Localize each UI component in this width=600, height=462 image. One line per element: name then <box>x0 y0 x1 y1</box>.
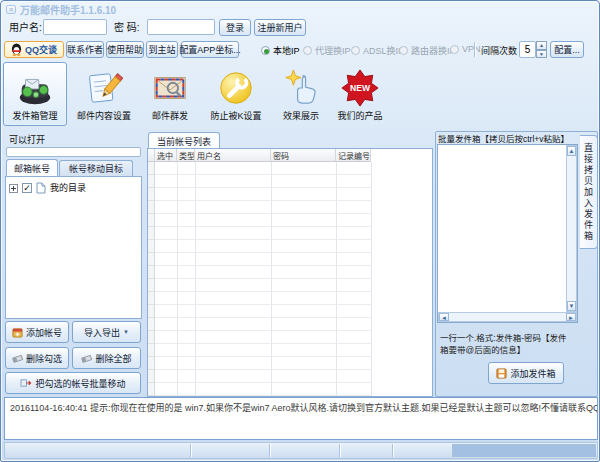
spinner-down-icon[interactable]: ▼ <box>536 50 547 59</box>
interval-spinner[interactable]: ▲ ▼ <box>519 41 547 58</box>
column-header-checked[interactable]: 选中 <box>155 149 177 162</box>
tree-checkbox[interactable]: ✓ <box>22 183 32 193</box>
interval-input[interactable] <box>519 41 536 58</box>
eraser-icon <box>81 353 92 363</box>
new-badge-text: NEW <box>350 83 371 93</box>
register-button[interactable]: 注册新用户 <box>254 19 306 36</box>
anti-block-icon <box>217 69 255 107</box>
ribbon-outbox-manager[interactable]: 发件箱管理 <box>3 62 67 126</box>
account-tree[interactable]: ✓ 我的目录 <box>5 176 142 319</box>
move-arrow-icon <box>20 378 32 388</box>
scroll-up-icon[interactable]: ▲ <box>567 146 576 156</box>
qq-penguin-icon <box>11 43 22 56</box>
username-label: 用户名: <box>9 22 42 34</box>
scroll-down-icon[interactable]: ▼ <box>567 301 576 311</box>
titlebar: ≡ 万能邮件助手1.1.6.10 <box>1 1 599 17</box>
grid-body[interactable] <box>155 162 371 396</box>
import-export-button[interactable]: 导入导出 ▼ <box>72 321 141 343</box>
radio-proxy-ip[interactable]: 代理换IP <box>303 44 351 57</box>
left-panel-header: 可以打开 <box>9 134 45 146</box>
effect-demo-icon <box>282 69 320 107</box>
radio-dot-icon <box>351 46 360 55</box>
radio-router-ip[interactable]: 路由器换IP <box>399 44 456 57</box>
tab-mail-accounts[interactable]: 邮箱帐号 <box>6 159 58 176</box>
eraser-icon <box>12 353 23 363</box>
tab-current-account-list[interactable]: 当前帐号列表 <box>148 132 220 149</box>
add-account-button[interactable]: 添加帐号 <box>5 321 69 343</box>
delete-all-button[interactable]: 删除全部 <box>72 347 141 369</box>
vertical-scrollbar[interactable]: ▲ ▼ <box>566 145 577 312</box>
new-product-icon: NEW <box>341 69 379 107</box>
column-header-password[interactable]: 密码 <box>271 149 336 162</box>
config-app-coords-button[interactable]: 配置APP坐标... <box>181 41 239 58</box>
add-outbox-icon <box>496 368 507 379</box>
contact-author-button[interactable]: 联系作者 <box>66 41 104 58</box>
delete-checked-button[interactable]: 删除勾选 <box>5 347 69 369</box>
column-header-username[interactable]: 用户名 <box>195 149 271 162</box>
radio-dot-icon <box>261 46 270 55</box>
mail-send-icon <box>151 69 189 107</box>
column-header-record-id[interactable]: 记录编号 <box>336 149 371 162</box>
tree-expand-icon[interactable] <box>9 184 18 193</box>
help-button[interactable]: 使用帮助 <box>106 41 144 58</box>
username-input[interactable] <box>43 19 107 35</box>
add-account-icon <box>12 327 23 338</box>
radio-adsl-ip[interactable]: ADSL换IP <box>351 44 404 57</box>
move-checked-button[interactable]: 把勾选的帐号批量移动 <box>5 372 141 394</box>
ribbon-effect-demo[interactable]: 效果展示 <box>273 62 329 126</box>
chevron-down-icon: ▼ <box>123 329 129 335</box>
config-button[interactable]: 配置... <box>550 41 584 58</box>
statusbar <box>4 442 598 459</box>
toolbar-divider <box>474 42 475 57</box>
side-tab-direct-copy[interactable]: 直接拷贝加入发件箱 <box>580 135 598 249</box>
ribbon-mail-send[interactable]: 邮件群发 <box>143 62 197 126</box>
scroll-left-icon[interactable]: ◄ <box>439 313 449 321</box>
radio-dot-icon <box>450 45 459 54</box>
app-window: ≡ 万能邮件助手1.1.6.10 用户名: 密 码: 登录 注册新用户 QQ交谈… <box>0 0 600 462</box>
tab-account-move-target[interactable]: 帐号移动目标 <box>59 160 133 176</box>
login-button[interactable]: 登录 <box>219 19 251 36</box>
add-outbox-button[interactable]: 添加发件箱 <box>488 362 564 384</box>
statusbar-active-segment <box>453 444 596 457</box>
mail-content-icon <box>85 69 123 107</box>
mailbox-manager-icon <box>16 69 54 107</box>
window-title: 万能邮件助手1.1.6.10 <box>20 2 116 17</box>
qq-chat-button[interactable]: QQ交谈 <box>4 41 64 58</box>
tree-root-label: 我的目录 <box>50 182 86 194</box>
password-label: 密 码: <box>114 22 140 34</box>
scroll-right-icon[interactable]: ► <box>566 313 576 321</box>
radio-local-ip[interactable]: 本地IP <box>261 44 300 57</box>
main-site-button[interactable]: 到主站 <box>146 41 178 58</box>
radio-vpn[interactable]: VPN <box>450 44 481 54</box>
password-input[interactable] <box>147 19 215 35</box>
status-message: 20161104-16:40:41 提示:你现在在使用的是 win7.如果你不是… <box>5 398 597 417</box>
outbox-format-hint: 一行一个.格式:发件箱-密码【发件箱要带@后面的信息】 <box>440 332 572 356</box>
grid-row-header-column <box>148 162 155 396</box>
status-message-box: 20161104-16:40:41 提示:你现在在使用的是 win7.如果你不是… <box>4 397 598 440</box>
ribbon-mail-content[interactable]: 邮件内容设置 <box>71 62 137 126</box>
ribbon-anti-block[interactable]: 防止被K设置 <box>201 62 271 126</box>
radio-dot-icon <box>303 46 312 55</box>
horizontal-scrollbar[interactable]: ◄ ► <box>438 312 577 322</box>
account-grid[interactable]: 选中 类型 用户名 密码 记录编号 <box>147 148 433 397</box>
interval-label: 间隔次数 <box>481 45 517 57</box>
batch-outbox-textarea[interactable] <box>437 144 578 323</box>
folder-doc-icon <box>36 182 46 194</box>
radio-dot-icon <box>399 46 408 55</box>
ribbon-our-products[interactable]: NEW 我们的产品 <box>331 62 389 126</box>
grid-corner-cell <box>148 149 155 162</box>
progress-strip <box>6 147 141 157</box>
window-menu-icon[interactable]: ≡ <box>6 5 16 14</box>
spinner-up-icon[interactable]: ▲ <box>536 41 547 50</box>
column-header-type[interactable]: 类型 <box>177 149 195 162</box>
